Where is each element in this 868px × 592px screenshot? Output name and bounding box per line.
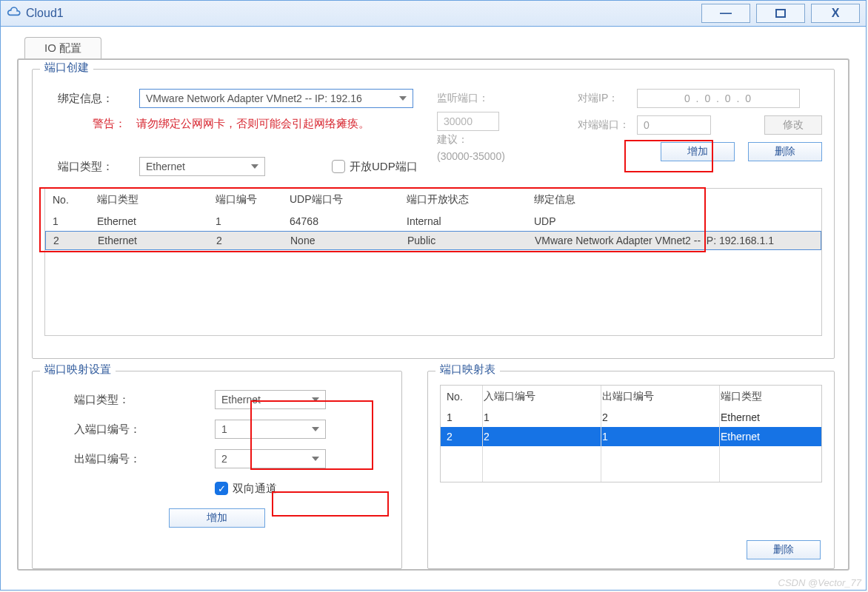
map-table[interactable]: No. 入端口编号 出端口编号 端口类型 1 1 2 Ethernet [440, 385, 822, 482]
suggest-value: (30000-35000) [437, 150, 505, 162]
del-map-button[interactable]: 删除 [747, 540, 821, 559]
col-open: 端口开放状态 [407, 193, 534, 206]
del-port-button[interactable]: 删除 [748, 142, 822, 161]
chevron-down-icon [312, 397, 319, 402]
suggest-label: 建议： [437, 133, 468, 147]
bind-select-value: VMware Network Adapter VMnet2 -- IP: 192… [146, 92, 362, 104]
warn-label: 警告： [44, 117, 136, 131]
table-row[interactable]: 2 2 1 Ethernet [441, 427, 821, 446]
legend-map-settings: 端口映射设置 [40, 363, 116, 377]
chevron-down-icon [312, 427, 319, 431]
svg-rect-0 [776, 10, 785, 17]
col-udp: UDP端口号 [290, 193, 407, 206]
chevron-down-icon [251, 164, 258, 169]
app-icon [7, 6, 21, 21]
minimize-button[interactable]: — [701, 4, 750, 23]
out-port-label: 出端口编号： [44, 452, 215, 466]
close-button[interactable]: X [811, 4, 860, 23]
peer-ip-label: 对端IP： [578, 92, 637, 105]
fieldset-map-settings: 端口映射设置 端口类型： Ethernet 入端口编号： 1 [32, 371, 402, 569]
peer-ip-input[interactable]: 0 . 0 . 0 . 0 [637, 89, 800, 108]
chevron-down-icon [399, 96, 407, 101]
legend-map-table: 端口映射表 [435, 363, 500, 377]
map-type-select[interactable]: Ethernet [215, 390, 326, 409]
chevron-down-icon [312, 457, 319, 461]
maximize-button[interactable] [756, 4, 805, 23]
bind-select[interactable]: VMware Network Adapter VMnet2 -- IP: 192… [139, 89, 413, 108]
bind-label: 绑定信息： [44, 92, 139, 106]
col-no: No. [53, 194, 97, 206]
udp-checkbox-label: 开放UDP端口 [350, 160, 418, 174]
in-port-label: 入端口编号： [44, 423, 215, 437]
map-type-label: 端口类型： [44, 393, 215, 407]
col-type: 端口类型 [97, 193, 216, 206]
peer-port-input[interactable]: 0 [637, 115, 711, 135]
port-type-label: 端口类型： [44, 160, 139, 174]
tab-panel: 端口创建 绑定信息： VMware Network Adapter VMnet2… [17, 58, 849, 571]
in-port-select[interactable]: 1 [215, 420, 326, 439]
titlebar: Cloud1 — X [1, 1, 866, 27]
port-table[interactable]: No. 端口类型 端口编号 UDP端口号 端口开放状态 绑定信息 1 Ether… [44, 188, 822, 336]
bidi-checkbox[interactable]: ✓ [215, 482, 228, 495]
modify-button[interactable]: 修改 [764, 115, 822, 135]
legend-port-create: 端口创建 [40, 61, 93, 75]
fieldset-port-create: 端口创建 绑定信息： VMware Network Adapter VMnet2… [32, 69, 835, 359]
bidi-label: 双向通道 [233, 482, 277, 496]
table-row[interactable]: 1 Ethernet 1 64768 Internal UDP [45, 212, 821, 231]
window-title: Cloud1 [26, 7, 695, 20]
table-row[interactable]: 2 Ethernet 2 None Public VMware Network … [45, 231, 821, 250]
tab-io[interactable]: IO 配置 [24, 37, 101, 61]
listen-port-label: 监听端口： [437, 92, 489, 105]
table-row[interactable]: 1 1 2 Ethernet [441, 408, 821, 427]
port-type-select[interactable]: Ethernet [139, 157, 265, 176]
col-bind: 绑定信息 [534, 193, 814, 206]
out-port-select[interactable]: 2 [215, 449, 326, 468]
fieldset-map-table: 端口映射表 No. 入端口编号 出端口编号 端口类型 1 [427, 371, 835, 569]
warn-text: 请勿绑定公网网卡，否则可能会引起网络瘫痪。 [136, 117, 370, 131]
col-pno: 端口编号 [216, 193, 290, 206]
add-map-button[interactable]: 增加 [169, 508, 265, 528]
listen-port-input[interactable]: 30000 [437, 112, 499, 131]
port-type-value: Ethernet [146, 161, 185, 172]
watermark: CSDN @Vector_77 [778, 577, 861, 588]
client-area: IO 配置 端口创建 绑定信息： VMware Network Adapter … [1, 27, 866, 590]
add-port-button[interactable]: 增加 [661, 142, 735, 161]
udp-checkbox[interactable] [332, 160, 345, 173]
peer-port-label: 对端端口： [578, 118, 637, 132]
